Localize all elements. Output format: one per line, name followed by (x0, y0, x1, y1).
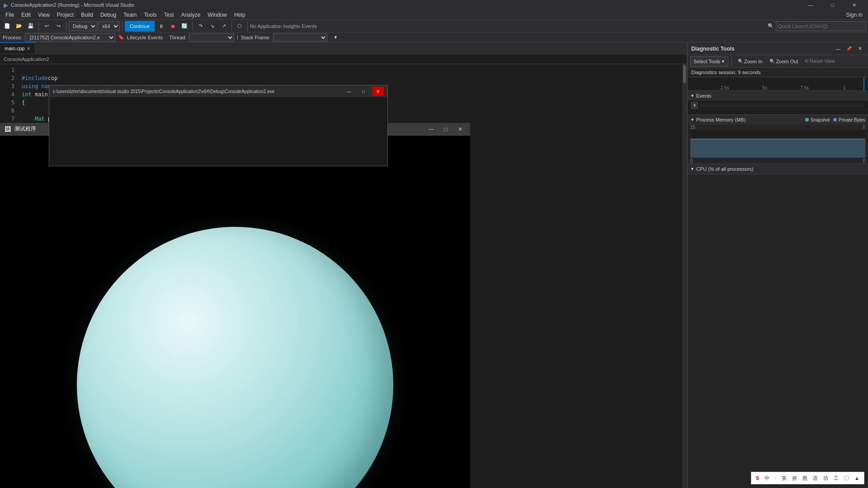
sep3 (122, 22, 123, 31)
zoom-in-btn[interactable]: 🔍 Zoom In (735, 56, 765, 66)
diag-panel: Diagnostic Tools — 📌 ✕ Select Tools ▼ 🔍 … (687, 42, 868, 488)
tab-bar: main.cpp ✕ (0, 42, 687, 54)
output-close-btn[interactable]: ✕ (455, 124, 466, 135)
menu-test[interactable]: Test (160, 10, 178, 20)
sep1 (38, 22, 39, 31)
zoom-in-icon: 🔍 (738, 59, 743, 64)
ime-dot-btn[interactable]: · (773, 474, 778, 482)
memory-max-right: 0 (863, 125, 865, 130)
console-close-btn[interactable]: ✕ (372, 87, 384, 96)
timeline-area[interactable]: 2.5s 5s 7.5s 1 (688, 77, 868, 91)
output-maximize-btn[interactable]: □ (440, 124, 451, 135)
event-play-btn[interactable]: ⏸ (691, 102, 698, 108)
ime-image-btn[interactable]: 图 (801, 474, 809, 483)
tab-close-btn[interactable]: ✕ (27, 46, 30, 51)
select-tools-btn[interactable]: Select Tools ▼ (690, 56, 728, 66)
undo-btn[interactable]: ↩ (41, 21, 52, 32)
sep5 (231, 22, 232, 31)
console-title-bar: c:\users\lzhm\documents\visual studio 20… (49, 85, 387, 97)
step-out-btn[interactable]: ↗ (218, 21, 229, 32)
thread-dropdown[interactable] (189, 33, 234, 42)
cpu-section: ▼ CPU (% of all processors) (688, 164, 868, 174)
thread-label: Thread: (169, 35, 186, 40)
zoom-out-btn[interactable]: 🔍 Zoom Out (767, 56, 801, 66)
step-over-btn[interactable]: ↷ (195, 21, 206, 32)
console-title-text: c:\users\lzhm\documents\visual studio 20… (53, 89, 340, 94)
memory-section: ▼ Process Memory (MB) Snapshot Private B… (688, 115, 868, 164)
diag-minimize-btn[interactable]: — (834, 44, 843, 53)
select-tools-label: Select Tools (693, 59, 720, 64)
console-maximize-btn[interactable]: □ (358, 87, 369, 96)
memory-chart (690, 131, 865, 158)
diag-header: Diagnostic Tools — 📌 ✕ (688, 42, 868, 55)
ime-arrow-btn[interactable]: ▲ (853, 474, 861, 482)
open-btn[interactable]: 📂 (14, 21, 24, 32)
ime-spell-btn[interactable]: 拼 (790, 474, 799, 483)
timeline-mark-2: 5s (745, 85, 784, 90)
snapshot-legend: Snapshot (805, 117, 830, 122)
ime-zh-btn[interactable]: 中 (763, 474, 771, 483)
breadcrumb-text: ConsoleApplication2 (4, 56, 49, 62)
minimize-button[interactable]: — (800, 0, 821, 10)
restart-btn[interactable]: 🔄 (179, 21, 190, 32)
close-button[interactable]: ✕ (844, 0, 864, 10)
stack-frame-dropdown[interactable] (273, 33, 327, 42)
memory-header[interactable]: ▼ Process Memory (MB) Snapshot Private B… (688, 115, 868, 125)
scrollbar-thumb[interactable] (683, 65, 686, 83)
sphere-image (77, 227, 393, 488)
menu-file[interactable]: File (2, 10, 18, 20)
menu-tools[interactable]: Tools (141, 10, 160, 20)
ime-en-btn[interactable]: 英 (780, 474, 788, 483)
stop-btn[interactable]: ⏹ (167, 21, 178, 32)
reset-view-btn[interactable]: ⟲ Reset View (802, 56, 837, 66)
menu-project[interactable]: Project (53, 10, 77, 20)
sign-in-button[interactable]: Sign in (842, 10, 866, 20)
save-btn[interactable]: 💾 (25, 21, 36, 32)
quick-launch-input[interactable] (776, 21, 866, 31)
session-label: Diagnostics session: 9 seconds (691, 70, 760, 75)
events-title: Events (696, 93, 865, 99)
menu-view[interactable]: View (34, 10, 53, 20)
ime-func-btn[interactable]: 功 (821, 474, 830, 483)
break-icon: | (237, 35, 238, 40)
ime-tool-btn[interactable]: 工 (832, 474, 840, 483)
editor-scrollbar[interactable] (682, 64, 687, 488)
pause-btn[interactable]: ⏸ (156, 21, 166, 32)
step-into-btn[interactable]: ↘ (207, 21, 217, 32)
tab-label: main.cpp (5, 46, 25, 51)
menu-team[interactable]: Team (120, 10, 140, 20)
menu-analyze[interactable]: Analyze (178, 10, 204, 20)
process-dropdown[interactable]: [211752] ConsoleApplication2.e (25, 33, 115, 42)
diag-pin-btn[interactable]: 📌 (844, 44, 854, 53)
redo-btn[interactable]: ↪ (53, 21, 64, 32)
console-minimize-btn[interactable]: — (343, 87, 355, 96)
maximize-button[interactable]: □ (822, 0, 843, 10)
menu-window[interactable]: Window (204, 10, 231, 20)
output-minimize-btn[interactable]: — (426, 124, 437, 135)
memory-zero-row: 0 0 (688, 159, 868, 164)
menu-edit[interactable]: Edit (18, 10, 34, 20)
timeline-cursor (863, 77, 864, 90)
continue-btn[interactable]: Continue (125, 21, 155, 32)
tab-main-cpp[interactable]: main.cpp ✕ (0, 42, 35, 54)
console-body (49, 97, 387, 166)
platform-dropdown[interactable]: x64 (98, 21, 120, 31)
ime-circle-btn[interactable]: 〇 (842, 474, 851, 483)
menu-debug[interactable]: Debug (97, 10, 120, 20)
stack-options-btn[interactable]: ▼ (330, 33, 341, 42)
menu-build[interactable]: Build (77, 10, 97, 20)
diag-session: Diagnostics session: 9 seconds (688, 68, 868, 77)
snapshot-label: Snapshot (811, 117, 830, 122)
ime-lang-btn[interactable]: 语 (811, 474, 820, 483)
cpu-header[interactable]: ▼ CPU (% of all processors) (688, 164, 868, 174)
timeline-mark-4: 1 (825, 85, 864, 90)
diag-close-btn[interactable]: ✕ (855, 44, 864, 53)
menu-help[interactable]: Help (231, 10, 249, 20)
events-header[interactable]: ▼ Events (688, 91, 868, 101)
breakpoints-btn[interactable]: ⬡ (234, 21, 245, 32)
process-label: Process: (3, 35, 22, 40)
new-project-btn[interactable]: 📄 (2, 21, 13, 32)
config-dropdown[interactable]: Debug (69, 21, 97, 31)
ime-s-btn[interactable]: S (754, 474, 761, 482)
private-bytes-dot (833, 118, 837, 122)
